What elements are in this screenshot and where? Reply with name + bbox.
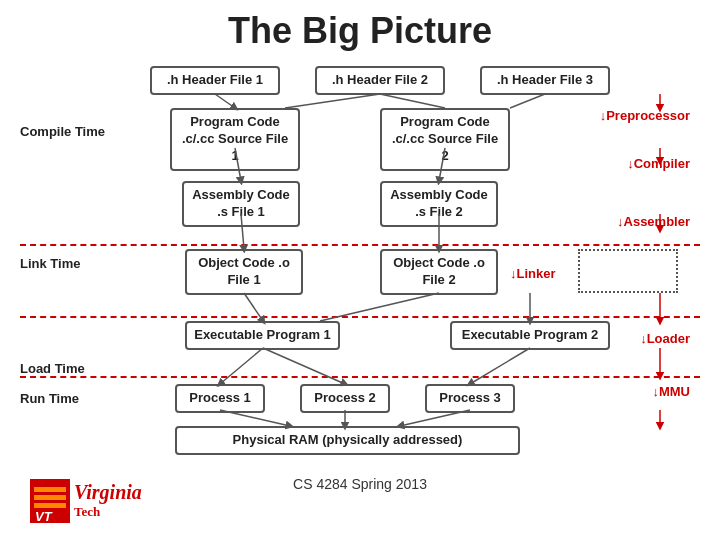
tech-text: Tech (74, 504, 142, 520)
loader-label: ↓Loader (640, 331, 690, 346)
linker-label: ↓Linker (510, 266, 556, 281)
prog-source-2: Program Code .c/.cc Source File 2 (380, 108, 510, 171)
asm-file-2: Assembly Code .s File 2 (380, 181, 498, 227)
vt-shield-icon: VT (30, 479, 70, 523)
svg-line-18 (470, 348, 530, 384)
footer-text: CS 4284 Spring 2013 (293, 476, 427, 516)
compiler-label: ↓Compiler (627, 156, 690, 171)
compile-link-divider (20, 244, 700, 246)
load-time-label: Load Time (20, 361, 85, 376)
svg-rect-3 (34, 503, 66, 508)
compile-time-label: Compile Time (20, 124, 105, 139)
connector-arrows (20, 66, 700, 526)
exec-prog-1: Executable Program 1 (185, 321, 340, 350)
link-load-divider (20, 316, 700, 318)
vt-text: Virginia (74, 481, 142, 504)
asm-file-1: Assembly Code .s File 1 (182, 181, 300, 227)
svg-line-7 (380, 94, 445, 108)
library-box (578, 249, 678, 293)
page-title: The Big Picture (20, 10, 700, 52)
svg-text:VT: VT (35, 509, 53, 523)
assembler-label: ↓Assembler (617, 214, 690, 229)
process-3: Process 3 (425, 384, 515, 413)
process-1: Process 1 (175, 384, 265, 413)
prog-source-1: Program Code .c/.cc Source File 1 (170, 108, 300, 171)
vt-logo: VT Virginia Tech (30, 481, 142, 520)
load-run-divider (20, 376, 700, 378)
header-file-1: .h Header File 1 (150, 66, 280, 95)
obj-file-2: Object Code .o File 2 (380, 249, 498, 295)
process-2: Process 2 (300, 384, 390, 413)
svg-rect-1 (34, 487, 66, 492)
physical-ram: Physical RAM (physically addressed) (175, 426, 520, 455)
svg-line-16 (220, 348, 263, 384)
link-time-label: Link Time (20, 256, 80, 271)
svg-rect-2 (34, 495, 66, 500)
svg-line-8 (510, 94, 545, 108)
obj-file-1: Object Code .o File 1 (185, 249, 303, 295)
header-file-2: .h Header File 2 (315, 66, 445, 95)
run-time-label: Run Time (20, 391, 79, 406)
svg-line-5 (215, 94, 235, 108)
mmu-label: ↓MMU (652, 384, 690, 399)
svg-line-6 (285, 94, 380, 108)
exec-prog-2: Executable Program 2 (450, 321, 610, 350)
svg-line-17 (263, 348, 345, 384)
header-file-3: .h Header File 3 (480, 66, 610, 95)
preprocessor-label: ↓Preprocessor (600, 108, 690, 123)
